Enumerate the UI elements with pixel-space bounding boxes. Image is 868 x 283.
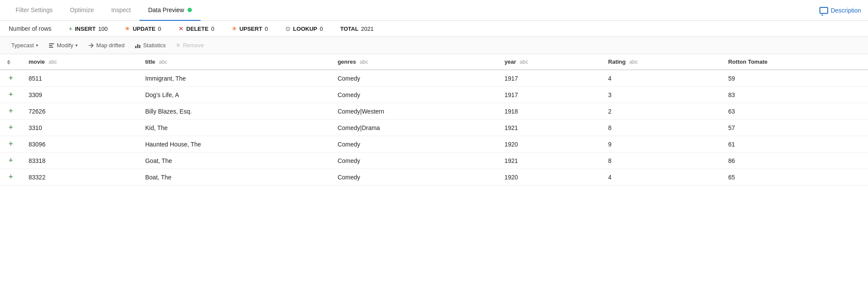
col-rating-label: Rating: [608, 59, 625, 65]
table-row: +8511Immigrant, TheComedy1917459: [0, 70, 868, 87]
upsert-key: UPSERT: [240, 26, 262, 32]
cell-rating: 8: [601, 120, 721, 136]
col-genres-type: abc: [360, 59, 368, 65]
tab-data-preview[interactable]: Data Preview: [139, 0, 201, 21]
row-insert-action[interactable]: +: [0, 136, 22, 153]
description-button[interactable]: Description: [819, 0, 861, 20]
row-insert-action[interactable]: +: [0, 70, 22, 87]
modify-button[interactable]: Modify ▾: [44, 40, 82, 50]
cell-genres: Comedy|Drama: [330, 120, 497, 136]
insert-plus-icon[interactable]: +: [3, 87, 19, 103]
svg-rect-3: [135, 46, 136, 48]
cell-rotten_tomatoes: 63: [721, 103, 868, 120]
cell-movie: 83322: [22, 169, 138, 185]
table-row: +72626Billy Blazes, Esq.Comedy|Western19…: [0, 103, 868, 120]
data-table: movie abc title abc genres abc year abc …: [0, 54, 868, 185]
insert-stat: + INSERT 100: [69, 25, 108, 32]
insert-plus-icon[interactable]: +: [3, 136, 19, 152]
update-stat: ✳ UPDATE 0: [125, 25, 161, 32]
cell-genres: Comedy: [330, 153, 497, 169]
cell-rotten_tomatoes: 86: [721, 153, 868, 169]
total-value: 2021: [361, 26, 374, 32]
table-row: +3309Dog's Life, AComedy1917383: [0, 87, 868, 103]
remove-x-icon: ✕: [176, 42, 181, 49]
update-key: UPDATE: [133, 26, 155, 32]
data-table-container: movie abc title abc genres abc year abc …: [0, 54, 868, 185]
row-insert-action[interactable]: +: [0, 87, 22, 103]
upsert-value: 0: [265, 26, 268, 32]
remove-label: Remove: [183, 42, 204, 49]
upsert-stat: ✳ UPSERT 0: [232, 25, 268, 32]
col-genres-label: genres: [337, 59, 356, 65]
row-count-bar: Number of rows + INSERT 100 ✳ UPDATE 0 ✕…: [0, 21, 868, 37]
col-year[interactable]: year abc: [498, 54, 601, 70]
cell-movie: 83318: [22, 153, 138, 169]
row-insert-action[interactable]: +: [0, 103, 22, 120]
total-stat: TOTAL 2021: [340, 26, 373, 32]
update-value: 0: [158, 26, 161, 32]
lookup-icon: ⊙: [285, 25, 291, 32]
cell-movie: 3310: [22, 120, 138, 136]
col-rotten-tomatoes[interactable]: Rotton Tomate: [721, 54, 868, 70]
col-sort[interactable]: [0, 54, 22, 70]
cell-genres: Comedy: [330, 169, 497, 185]
col-rotten-tomatoes-label: Rotton Tomate: [728, 59, 768, 65]
insert-key: INSERT: [75, 26, 96, 32]
table-header-row: movie abc title abc genres abc year abc …: [0, 54, 868, 70]
table-row: +83318Goat, TheComedy1921886: [0, 153, 868, 169]
tab-optimize[interactable]: Optimize: [62, 0, 103, 21]
tab-filter-settings[interactable]: Filter Settings: [7, 0, 62, 21]
table-row: +83322Boat, TheComedy1920465: [0, 169, 868, 185]
modify-icon: [49, 42, 55, 49]
tab-inspect[interactable]: Inspect: [103, 0, 139, 21]
delete-stat: ✕ DELETE 0: [178, 25, 214, 32]
insert-plus-icon[interactable]: +: [3, 169, 19, 185]
cell-genres: Comedy|Western: [330, 103, 497, 120]
col-title[interactable]: title abc: [138, 54, 330, 70]
insert-plus-icon[interactable]: +: [3, 70, 19, 86]
update-icon: ✳: [125, 25, 130, 32]
cell-title: Goat, The: [138, 153, 330, 169]
col-year-label: year: [505, 59, 516, 65]
cell-rotten_tomatoes: 83: [721, 87, 868, 103]
active-dot: [188, 8, 192, 12]
row-insert-action[interactable]: +: [0, 120, 22, 136]
cell-rating: 8: [601, 153, 721, 169]
cell-rotten_tomatoes: 57: [721, 120, 868, 136]
statistics-button[interactable]: Statistics: [130, 40, 170, 50]
lookup-value: 0: [320, 26, 323, 32]
cell-genres: Comedy: [330, 87, 497, 103]
modify-chevron-icon: ▾: [75, 43, 78, 48]
col-movie[interactable]: movie abc: [22, 54, 138, 70]
cell-year: 1917: [498, 70, 601, 87]
col-genres[interactable]: genres abc: [330, 54, 497, 70]
col-movie-type: abc: [49, 59, 57, 65]
row-insert-action[interactable]: +: [0, 153, 22, 169]
cell-year: 1920: [498, 169, 601, 185]
cell-year: 1917: [498, 87, 601, 103]
row-insert-action[interactable]: +: [0, 169, 22, 185]
total-key: TOTAL: [340, 26, 358, 32]
typecast-button[interactable]: Typecast ▾: [7, 40, 42, 50]
cell-rating: 9: [601, 136, 721, 153]
cell-rating: 4: [601, 70, 721, 87]
svg-rect-5: [139, 45, 140, 48]
insert-value: 100: [98, 26, 108, 32]
svg-rect-4: [137, 44, 139, 48]
delete-key: DELETE: [186, 26, 208, 32]
top-nav: Filter Settings Optimize Inspect Data Pr…: [0, 0, 868, 21]
insert-plus-icon[interactable]: +: [3, 103, 19, 119]
map-drifted-label: Map drifted: [96, 42, 124, 49]
svg-rect-0: [49, 43, 54, 44]
map-drifted-button[interactable]: Map drifted: [84, 40, 129, 50]
cell-movie: 3309: [22, 87, 138, 103]
cell-rotten_tomatoes: 61: [721, 136, 868, 153]
col-rating-type: abc: [629, 59, 638, 65]
cell-movie: 72626: [22, 103, 138, 120]
col-rating[interactable]: Rating abc: [601, 54, 721, 70]
remove-button[interactable]: ✕ Remove: [172, 40, 208, 50]
cell-year: 1920: [498, 136, 601, 153]
insert-plus-icon[interactable]: +: [3, 120, 19, 136]
modify-label: Modify: [57, 42, 73, 49]
insert-plus-icon[interactable]: +: [3, 153, 19, 169]
